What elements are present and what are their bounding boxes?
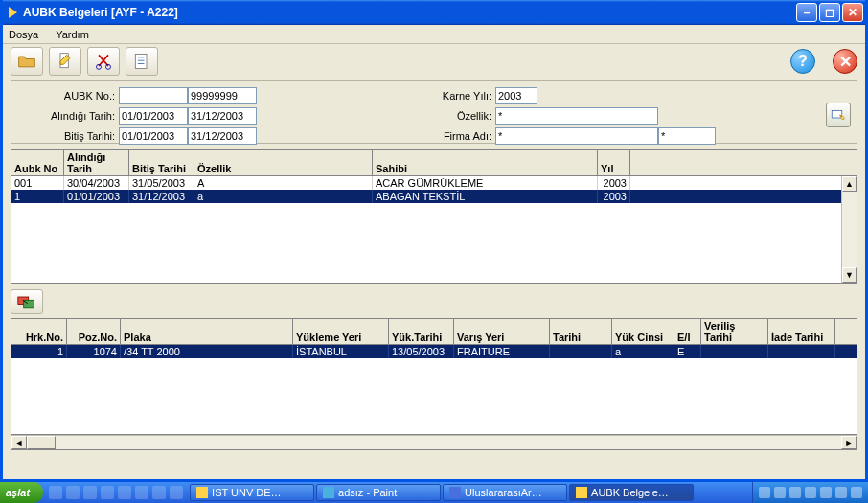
- close-round-button[interactable]: ✕: [833, 49, 857, 74]
- ql-icon[interactable]: [170, 486, 183, 499]
- col-bitis[interactable]: Bitiş Tarihi: [129, 150, 194, 175]
- col-ei[interactable]: E/I: [674, 319, 701, 344]
- svg-rect-7: [832, 111, 842, 119]
- firma-adi-to-input[interactable]: [658, 127, 716, 145]
- scroll-left-icon[interactable]: ◄: [11, 436, 27, 449]
- search-button[interactable]: [826, 103, 851, 127]
- ql-icon[interactable]: [66, 486, 80, 499]
- tray-icon[interactable]: [789, 487, 801, 498]
- open-folder-button[interactable]: [11, 47, 43, 76]
- minimize-button[interactable]: –: [796, 3, 817, 22]
- karne-yili-input[interactable]: [495, 87, 537, 104]
- ql-icon[interactable]: [118, 486, 131, 499]
- firma-adi-label: Firma Adı:: [420, 130, 491, 142]
- word-icon: [449, 487, 461, 498]
- taskbar-item-active[interactable]: AUBK Belgele…: [569, 484, 694, 501]
- filter-panel: AUBK No.: Karne Yılı: Alındığı Tarih: Öz…: [11, 80, 857, 144]
- col-plaka[interactable]: Plaka: [121, 319, 293, 344]
- aubk-row-selected[interactable]: 1 01/01/2003 31/12/2003 a ABAGAN TEKSTİL…: [11, 190, 857, 203]
- ql-icon[interactable]: [152, 486, 166, 499]
- tray-icon[interactable]: [759, 487, 770, 498]
- col-hrk-no[interactable]: Hrk.No.: [11, 319, 67, 344]
- taskbar-item[interactable]: IST UNV DE…: [190, 484, 314, 501]
- firma-adi-from-input[interactable]: [495, 127, 658, 145]
- detail-grid: Hrk.No. Poz.No. Plaka Yükleme Yeri Yük.T…: [11, 319, 857, 434]
- detail-panel: Hrk.No. Poz.No. Plaka Yükleme Yeri Yük.T…: [11, 318, 857, 435]
- tray-icon[interactable]: [851, 487, 862, 498]
- edit-button[interactable]: [49, 47, 81, 76]
- col-aubk-no[interactable]: Aubk No: [11, 150, 64, 175]
- svg-rect-10: [24, 300, 34, 308]
- svg-point-8: [841, 117, 844, 120]
- ql-icon[interactable]: [101, 486, 114, 499]
- aubk-no-from-input[interactable]: [119, 87, 188, 104]
- menubar: Dosya Yardım: [3, 25, 865, 44]
- col-alindigi[interactable]: Alındığı Tarih: [64, 150, 129, 175]
- col-verilis-tarihi[interactable]: Veriliş Tarihi: [701, 319, 768, 344]
- detail-button[interactable]: [11, 289, 43, 314]
- taskbar: aşlat IST UNV DE… adsız - Paint Uluslara…: [0, 482, 868, 503]
- detail-row-selected[interactable]: 1 1074 /34 TT 2000 İSTANBUL 13/05/2003 F…: [11, 345, 857, 358]
- system-tray[interactable]: [752, 482, 868, 503]
- maximize-button[interactable]: ◻: [819, 3, 840, 22]
- quick-launch: [43, 482, 189, 503]
- alindigi-to-input[interactable]: [188, 107, 257, 125]
- aubk-grid-header: Aubk No Alındığı Tarih Bitiş Tarihi Özel…: [11, 150, 857, 176]
- scroll-thumb[interactable]: [27, 436, 56, 449]
- taskbar-item[interactable]: UluslararasıAr…: [443, 484, 567, 501]
- ql-icon[interactable]: [135, 486, 148, 499]
- ozellik-input[interactable]: [495, 107, 658, 125]
- alindigi-tarih-label: Alındığı Tarih:: [19, 110, 115, 122]
- aubk-row[interactable]: 001 30/04/2003 31/05/2003 A ACAR GÜMRÜKL…: [11, 176, 857, 190]
- bitis-from-input[interactable]: [119, 127, 188, 145]
- list-button[interactable]: [126, 47, 158, 76]
- scroll-up-icon[interactable]: ▲: [842, 176, 857, 192]
- ql-icon[interactable]: [49, 486, 62, 499]
- col-yukleme-yeri[interactable]: Yükleme Yeri: [293, 319, 389, 344]
- aubk-grid-vscroll[interactable]: ▲ ▼: [841, 176, 857, 283]
- col-varis-yeri[interactable]: Varış Yeri: [454, 319, 550, 344]
- help-button[interactable]: ?: [790, 49, 815, 74]
- close-button[interactable]: ✕: [842, 3, 863, 22]
- aubk-no-to-input[interactable]: [188, 87, 257, 104]
- bitis-tarihi-label: Bitiş Tarihi:: [19, 130, 115, 142]
- scroll-right-icon[interactable]: ►: [841, 436, 857, 449]
- col-yil[interactable]: Yıl: [598, 150, 630, 175]
- col-poz-no[interactable]: Poz.No.: [67, 319, 121, 344]
- aubk-grid: Aubk No Alındığı Tarih Bitiş Tarihi Özel…: [11, 149, 857, 284]
- tray-icon[interactable]: [774, 487, 786, 498]
- folder-icon: [196, 487, 208, 498]
- menu-yardim[interactable]: Yardım: [56, 29, 89, 40]
- taskbar-item[interactable]: adsız - Paint: [316, 484, 441, 501]
- aubk-no-label: AUBK No.:: [19, 90, 115, 102]
- alindigi-from-input[interactable]: [119, 107, 188, 125]
- ql-icon[interactable]: [83, 486, 97, 499]
- scroll-down-icon[interactable]: ▼: [842, 267, 857, 283]
- col-yuk-cinsi[interactable]: Yük Cinsi: [612, 319, 674, 344]
- col-ozellik[interactable]: Özellik: [194, 150, 373, 175]
- bitis-to-input[interactable]: [188, 127, 257, 145]
- karne-yili-label: Karne Yılı:: [420, 90, 491, 102]
- tray-icon[interactable]: [835, 487, 847, 498]
- col-yuk-tarihi[interactable]: Yük.Tarihi: [389, 319, 454, 344]
- titlebar: AUBK Belgeleri [AYF - A222] – ◻ ✕: [3, 0, 865, 25]
- app-triangle-icon: [9, 7, 17, 18]
- window-title: AUBK Belgeleri [AYF - A222]: [23, 6, 796, 19]
- app-icon: [576, 487, 587, 498]
- ozellik-label: Özellik:: [420, 110, 491, 122]
- toolbar: ? ✕: [3, 44, 865, 79]
- paint-icon: [323, 487, 334, 498]
- cut-button[interactable]: [87, 47, 120, 76]
- tray-icon[interactable]: [805, 487, 816, 498]
- start-button[interactable]: aşlat: [0, 482, 43, 503]
- detail-grid-header: Hrk.No. Poz.No. Plaka Yükleme Yeri Yük.T…: [11, 319, 857, 345]
- col-sahibi[interactable]: Sahibi: [373, 150, 598, 175]
- svg-rect-3: [135, 55, 147, 69]
- tray-icon[interactable]: [820, 487, 832, 498]
- menu-dosya[interactable]: Dosya: [9, 29, 38, 40]
- detail-grid-hscroll[interactable]: ◄ ►: [11, 435, 857, 450]
- col-tarihi[interactable]: Tarihi: [550, 319, 612, 344]
- col-iade-tarihi[interactable]: İade Tarihi: [768, 319, 835, 344]
